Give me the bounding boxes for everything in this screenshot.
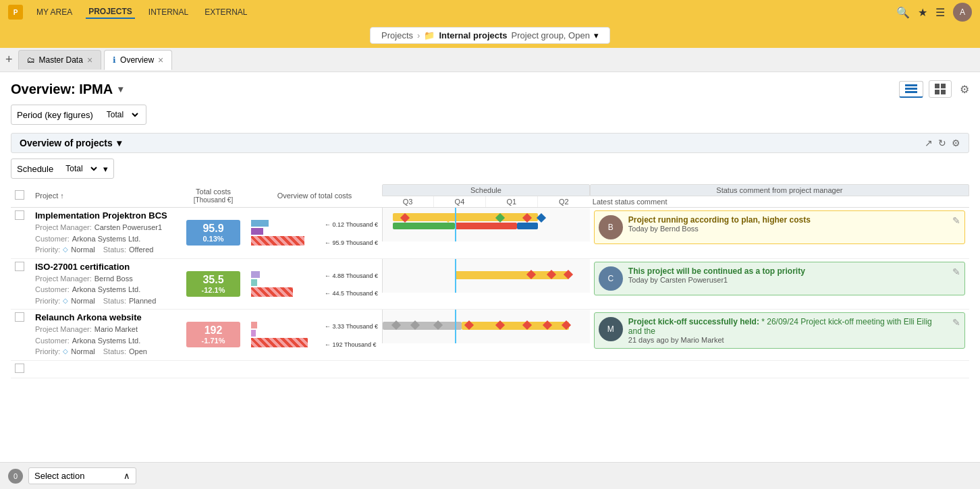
gantt-p2 [382,258,590,310]
tab-master-data[interactable]: 🗂 Master Data × [18,50,102,69]
tab-overview[interactable]: ℹ Overview × [104,50,172,70]
cost-percent-p2: -12.1% [192,286,235,294]
schedule-total-select[interactable]: Total [57,161,99,176]
svg-rect-0 [905,84,917,86]
th-q2: Q2 [538,196,590,207]
bottom-bar: 0 Select action ∧ [0,462,980,480]
schedule-dropdown-icon: ▾ [103,164,108,174]
status-comment-sub-p1: Today by Bernd Boss [628,225,947,233]
view-grid-button[interactable] [929,80,952,98]
avatar-p2: C [599,266,623,291]
status-comment-sub-p2: Today by Carsten Poweruser1 [628,276,947,284]
project-meta-p2: Project Manager: Bernd Boss Customer: Ar… [35,273,175,307]
select-all-checkbox[interactable] [15,190,24,200]
cost-annotation-2-p3: ← 192 Thousand € [325,340,378,349]
cost-annotation-1-p2: ← 4.88 Thousand € [325,271,378,281]
refresh-icon[interactable]: ↻ [938,138,946,148]
select-action-button[interactable]: Select action ∧ [28,467,136,480]
period-filter-select[interactable]: Total [99,107,140,122]
tab-master-data-close[interactable]: × [87,55,92,65]
project-meta-p1: Project Manager: Carsten Poweruser1 Cust… [35,222,175,256]
filter-icon[interactable]: ⚙ [952,138,960,148]
schedule-select-box[interactable]: Schedule Total ▾ [11,159,114,179]
status-comment-p1: Project running according to plan, highe… [628,215,947,225]
breadcrumb-box: Projects › 📁 Internal projects Project g… [370,27,610,44]
tab-master-data-icon: 🗂 [27,55,35,65]
tab-overview-icon: ℹ [113,55,116,65]
bottom-checkbox[interactable] [15,364,24,373]
status-comment-p2: This project will be continued as a top … [628,266,947,276]
app-logo: P [8,5,23,20]
main-content: Overview: IPMA ▾ ⚙ Period (key figures) … [0,72,980,480]
project-name-p3[interactable]: Relaunch Arkona website [35,312,175,322]
nav-my-area[interactable]: MY AREA [34,6,75,18]
schedule-dropdown-wrap: Schedule Total ▾ [11,159,969,179]
svg-rect-2 [905,91,917,93]
section-title-text: Overview of projects [20,138,113,148]
nav-external[interactable]: EXTERNAL [202,6,250,18]
project-name-p1[interactable]: Implementation Projektron BCS [35,210,175,221]
bottom-checkbox-row [11,360,969,378]
cost-percent-p3: -1.71% [192,337,235,345]
bottom-checkbox-cell[interactable] [11,360,31,378]
th-project: Project ↑ [31,184,180,208]
star-icon[interactable]: ★ [918,6,927,19]
cost-annotation-1-p1: ← 0.12 Thousand € [325,220,378,229]
overview-title-dropdown[interactable]: ▾ [118,84,123,94]
section-title-dropdown[interactable]: ▾ [117,138,121,148]
settings-icon[interactable]: ⚙ [960,83,969,96]
cost-badge-cell-p3: 192 -1.71% [180,310,247,361]
cost-value-p1: 95.9 [192,223,235,235]
add-tab-button[interactable]: + [5,53,13,67]
cost-value-p3: 192 [192,324,235,337]
nav-left: P MY AREA PROJECTS INTERNAL EXTERNAL [8,5,250,20]
export-icon[interactable]: ↗ [925,138,933,148]
status-edit-p1[interactable]: ✎ [952,215,960,226]
gantt-p3 [382,310,590,361]
project-info-p2: ISO-27001 certification Project Manager:… [31,258,180,310]
row-checkbox-p3[interactable] [11,310,31,361]
breadcrumb-dropdown-icon[interactable]: ▾ [594,30,599,40]
cost-annotation-1-p3: ← 3.33 Thousand € [325,322,378,331]
breadcrumb-current-icon: 📁 [424,30,435,40]
view-list-button[interactable] [899,81,923,98]
breadcrumb-sep: › [417,30,420,40]
row-checkbox-p2[interactable] [11,258,31,310]
cost-chart-p1: ← 0.12 Thousand € ← 95.9 Thousand € [247,208,382,259]
nav-internal[interactable]: INTERNAL [146,6,191,18]
th-checkbox [11,184,31,208]
breadcrumb-sub: Project group, Open [512,30,590,40]
svg-rect-6 [941,90,946,94]
tabs-bar: + 🗂 Master Data × ℹ Overview × [0,48,980,72]
breadcrumb-current[interactable]: Internal projects [439,30,507,40]
select-action-label: Select action [34,471,84,480]
period-filter-label: Period (key figures) [17,110,93,120]
overview-title: Overview: IPMA ▾ [11,82,123,97]
status-edit-p3[interactable]: ✎ [952,317,960,328]
avatar-p1: B [599,215,623,239]
cost-badge-cell-p1: 95.9 0.13% [180,208,247,259]
tab-overview-close[interactable]: × [158,55,163,65]
search-icon[interactable]: 🔍 [896,6,910,19]
nav-right: 🔍 ★ ☰ A [896,3,972,22]
th-overview: Overview of total costs [247,184,382,208]
row-checkbox-p1[interactable] [11,208,31,259]
status-comment-p3: Project kick-off successfully held: * 26… [628,317,947,336]
user-avatar[interactable]: A [953,3,972,22]
breadcrumb-parent[interactable]: Projects [381,30,413,40]
svg-rect-3 [935,84,940,88]
table-row: Relaunch Arkona website Project Manager:… [11,310,969,361]
status-cell-p1: B Project running according to plan, hig… [590,208,969,259]
period-filter-box[interactable]: Period (key figures) Total [11,105,146,125]
status-edit-p2[interactable]: ✎ [952,266,960,277]
th-q1: Q1 [486,196,538,207]
svg-rect-5 [935,90,940,94]
th-schedule-group: Schedule Q3 Q4 Q1 Q2 [382,184,590,208]
nav-projects[interactable]: PROJECTS [86,5,135,19]
view-toggles [899,80,952,98]
menu-icon[interactable]: ☰ [935,6,945,19]
project-meta-p3: Project Manager: Mario Market Customer: … [35,324,175,357]
th-status-group: Status comment from project manager Late… [590,184,969,208]
status-cell-p2: C This project will be continued as a to… [590,258,969,310]
project-name-p2[interactable]: ISO-27001 certification [35,262,175,272]
